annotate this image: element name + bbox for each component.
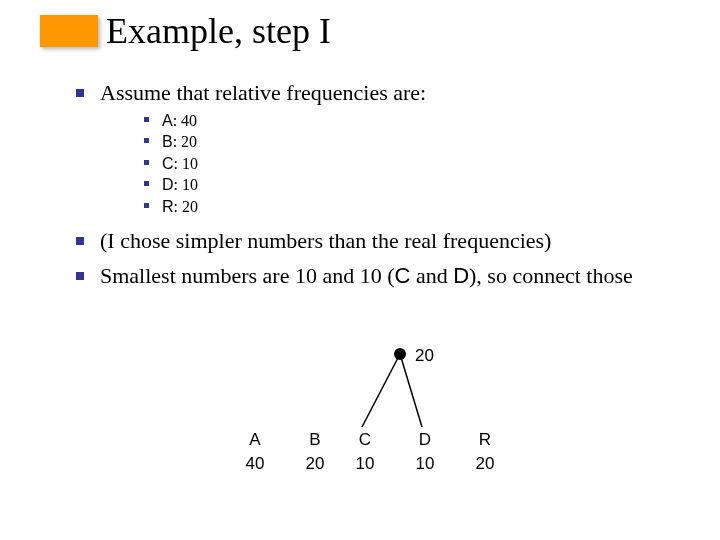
- tree-leaf-c-label: C: [340, 430, 390, 450]
- slide-title-wrap: Example, step I: [40, 10, 331, 52]
- bullet-smallest-d-sym: D: [453, 263, 469, 288]
- secondary-bullets: (I chose simpler numbers than the real f…: [76, 226, 676, 291]
- freq-val-a: : 40: [173, 112, 197, 129]
- bullet-smallest: Smallest numbers are 10 and 10 (C and D)…: [76, 261, 676, 291]
- tree-parent-value: 20: [415, 346, 434, 366]
- freq-val-c: : 10: [174, 155, 198, 172]
- tree-leaf-r-val: 20: [460, 454, 510, 474]
- slide-title: Example, step I: [106, 10, 331, 52]
- tree-leaf-a-val: 40: [230, 454, 280, 474]
- freq-sym-d: D: [162, 176, 174, 193]
- bullet-smallest-a: Smallest numbers are 10 and 10 (: [100, 263, 395, 288]
- title-accent-box: [40, 15, 98, 47]
- bullet-smallest-and: and: [410, 263, 453, 288]
- freq-sym-b: B: [162, 133, 173, 150]
- tree-leaf-r-label: R: [460, 430, 510, 450]
- tree-leaf-b-label: B: [290, 430, 340, 450]
- tree-leaf-c-val: 10: [340, 454, 390, 474]
- huffman-tree-diagram: 20 A B C D R 40 20 10 10 20: [230, 332, 530, 502]
- slide-body: Assume that relative frequencies are: A:…: [76, 78, 676, 297]
- freq-val-b: : 20: [173, 133, 197, 150]
- freq-sym-c: C: [162, 155, 174, 172]
- freq-val-r: : 20: [174, 198, 198, 215]
- bullet-assume-text: Assume that relative frequencies are:: [100, 80, 426, 105]
- freq-item-c: C: 10: [144, 153, 676, 175]
- freq-item-b: B: 20: [144, 131, 676, 153]
- bullet-chose-simpler-text: (I chose simpler numbers than the real f…: [100, 228, 551, 253]
- tree-leaf-d-label: D: [400, 430, 450, 450]
- bullet-smallest-c-sym: C: [395, 263, 411, 288]
- tree-leaf-a-label: A: [230, 430, 280, 450]
- bullet-chose-simpler: (I chose simpler numbers than the real f…: [76, 226, 676, 256]
- tree-edge-to-c: [362, 354, 400, 427]
- tree-svg: [230, 332, 530, 502]
- freq-item-d: D: 10: [144, 174, 676, 196]
- freq-val-d: : 10: [174, 176, 198, 193]
- slide: Example, step I Assume that relative fre…: [0, 0, 720, 540]
- freq-sym-a: A: [162, 112, 173, 129]
- tree-leaf-d-val: 10: [400, 454, 450, 474]
- freq-item-r: R: 20: [144, 196, 676, 218]
- freq-item-a: A: 40: [144, 110, 676, 132]
- frequency-list: A: 40 B: 20 C: 10 D: 10 R: 20: [144, 110, 676, 218]
- bullet-smallest-tail: ), so connect those: [469, 263, 633, 288]
- bullet-assume: Assume that relative frequencies are: A:…: [76, 78, 676, 218]
- freq-sym-r: R: [162, 198, 174, 215]
- tree-leaf-b-val: 20: [290, 454, 340, 474]
